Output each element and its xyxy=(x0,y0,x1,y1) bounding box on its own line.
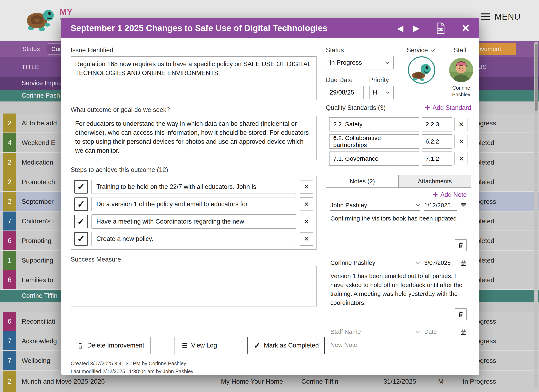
trash-icon xyxy=(457,242,464,248)
row-title: Supporting xyxy=(22,256,53,264)
step-checkbox[interactable]: ✓ xyxy=(74,232,88,246)
delete-note-button[interactable] xyxy=(455,308,467,320)
pdf-export-icon[interactable]: PDF xyxy=(436,22,445,34)
check-icon: ✓ xyxy=(77,233,85,244)
step-text-input[interactable]: Do a version 1 of the policy and email t… xyxy=(91,197,296,211)
remove-standard-icon[interactable]: × xyxy=(454,135,468,148)
score-badge: 1 xyxy=(3,251,16,270)
remove-standard-icon[interactable]: × xyxy=(454,152,468,165)
staff-name-placeholder: Staff Name xyxy=(330,328,361,335)
priority-select[interactable]: H xyxy=(369,86,394,99)
list-icon xyxy=(181,342,188,349)
plus-icon: + xyxy=(425,104,430,111)
standard-name-input[interactable]: 6.2. Collaborative partnerships xyxy=(329,134,419,149)
delete-improvement-button[interactable]: Delete Improvement xyxy=(71,337,150,354)
outcome-field[interactable]: For educators to understand the way in w… xyxy=(71,116,317,160)
add-standard-label: Add Standard xyxy=(433,104,471,111)
step-row: ✓ Training to be held on the 22/7 with a… xyxy=(74,180,313,194)
score-badge: 7 xyxy=(3,351,16,370)
standard-row: 2.2. Safety 2.2.3 × xyxy=(329,117,468,131)
chevron-down-icon[interactable] xyxy=(430,49,435,52)
notes-attachments-tabs: Notes (2) Attachments xyxy=(326,175,471,188)
remove-step-icon[interactable]: × xyxy=(300,180,313,194)
new-note-date-input[interactable]: Date xyxy=(424,327,457,337)
service-avatar[interactable] xyxy=(408,56,435,84)
row-title: Medication xyxy=(22,158,53,166)
turtle-logo-icon xyxy=(22,2,58,38)
standard-code-input[interactable]: 7.1.2 xyxy=(422,151,452,166)
service-label: Service xyxy=(407,47,435,54)
note-date-input[interactable]: 1/12/2025 xyxy=(424,200,457,211)
record-meta: Created 3/07/2025 3:41:31 PM by Corinne … xyxy=(71,359,317,375)
modified-text: Last modified 2/12/2025 11:38:04 am by J… xyxy=(71,368,317,375)
modal-right-column: Status Service Staff In Progress Due Dat… xyxy=(326,47,471,366)
note-text[interactable]: Confirming the visitors book has been up… xyxy=(330,214,467,238)
menu-button[interactable]: MENU xyxy=(481,12,521,22)
filter-status-label: Status xyxy=(22,46,40,53)
note-text[interactable]: Version 1 has been emailed out to all pa… xyxy=(330,271,467,307)
page-scrollbar[interactable] xyxy=(534,42,538,389)
remove-step-icon[interactable]: × xyxy=(300,198,313,211)
logo-word-1: MY xyxy=(60,7,78,16)
check-icon: ✓ xyxy=(77,181,85,192)
calendar-icon[interactable] xyxy=(460,260,467,266)
notes-panel: + Add Note John Pashley 1/12/2025 xyxy=(326,188,471,366)
add-note-button[interactable]: + Add Note xyxy=(433,191,467,198)
staff-avatar[interactable] xyxy=(449,58,473,82)
step-text-input[interactable]: Create a new policy. xyxy=(91,232,296,246)
step-row: ✓ Do a version 1 of the policy and email… xyxy=(74,197,313,211)
note-author: John Pashley xyxy=(330,202,367,209)
turtle-avatar-icon xyxy=(409,57,434,83)
step-text-input[interactable]: Training to be held on the 22/7 with all… xyxy=(91,180,296,194)
add-standard-button[interactable]: + Add Standard xyxy=(425,104,471,111)
row-due-date: 31/12/2025 xyxy=(383,377,416,385)
tab-notes[interactable]: Notes (2) xyxy=(326,175,398,188)
status-select[interactable]: In Progress xyxy=(326,56,394,69)
steps-label: Steps to achieve this outcome (12) xyxy=(71,166,317,174)
note-header: John Pashley 1/12/2025 xyxy=(330,200,467,211)
due-date-input[interactable]: 29/08/25 xyxy=(326,86,364,99)
remove-step-icon[interactable]: × xyxy=(300,232,313,246)
priority-label: Priority xyxy=(369,76,389,84)
score-badge: 6 xyxy=(3,270,16,289)
row-service: My Home Your Home xyxy=(221,377,283,385)
calendar-icon[interactable] xyxy=(460,329,467,335)
status-label: Status xyxy=(326,47,344,54)
delete-note-button[interactable] xyxy=(455,239,467,251)
next-arrow-icon[interactable]: ▶ xyxy=(413,24,419,32)
note-author-select[interactable]: John Pashley xyxy=(330,200,420,211)
remove-standard-icon[interactable]: × xyxy=(454,118,468,131)
success-measure-field[interactable] xyxy=(71,266,317,306)
standard-code-input[interactable]: 2.2.3 xyxy=(422,117,452,131)
new-note-input[interactable]: New Note xyxy=(330,341,467,348)
screen: MY YOU Fami MENU Status Curr Improvement… xyxy=(0,0,539,392)
step-checkbox[interactable]: ✓ xyxy=(74,180,88,194)
remove-step-icon[interactable]: × xyxy=(300,215,313,228)
standard-name-input[interactable]: 2.2. Safety xyxy=(329,117,419,131)
new-note-staff-select[interactable]: Staff Name xyxy=(330,327,420,337)
menu-label: MENU xyxy=(495,12,521,22)
scrollbar-thumb[interactable] xyxy=(535,44,538,111)
quality-standards-header: Quality Standards (3) + Add Standard xyxy=(326,104,471,111)
prev-arrow-icon[interactable]: ◀ xyxy=(397,24,404,32)
step-text-input[interactable]: Have a meeting with Coordinators regardi… xyxy=(91,214,296,229)
standard-code-input[interactable]: 6.2.2 xyxy=(422,134,452,149)
calendar-icon[interactable] xyxy=(460,202,467,209)
score-badge: 2 xyxy=(3,114,16,132)
issue-identified-field[interactable]: Regulation 168 now requires us to have a… xyxy=(71,56,317,100)
close-icon[interactable]: × xyxy=(462,22,470,34)
step-checkbox[interactable]: ✓ xyxy=(74,198,88,211)
view-log-button[interactable]: View Log xyxy=(175,337,223,354)
note-date-input[interactable]: 3/07/2025 xyxy=(424,258,457,268)
note-author-select[interactable]: Corinne Pashley xyxy=(330,258,420,268)
tab-attachments[interactable]: Attachments xyxy=(398,175,471,188)
mark-completed-button[interactable]: ✓ Mark as Completed xyxy=(247,337,325,354)
standard-name-input[interactable]: 7.1. Governance xyxy=(329,151,419,166)
staff-label: Staff xyxy=(454,47,467,54)
chevron-down-icon xyxy=(416,330,420,333)
modal-header-actions: ◀ ▶ PDF × xyxy=(397,22,470,34)
score-badge: 7 xyxy=(3,212,16,231)
step-checkbox[interactable]: ✓ xyxy=(74,215,88,228)
trash-icon xyxy=(77,342,84,349)
modal-header: September 1 2025 Changes to Safe Use of … xyxy=(61,18,479,38)
